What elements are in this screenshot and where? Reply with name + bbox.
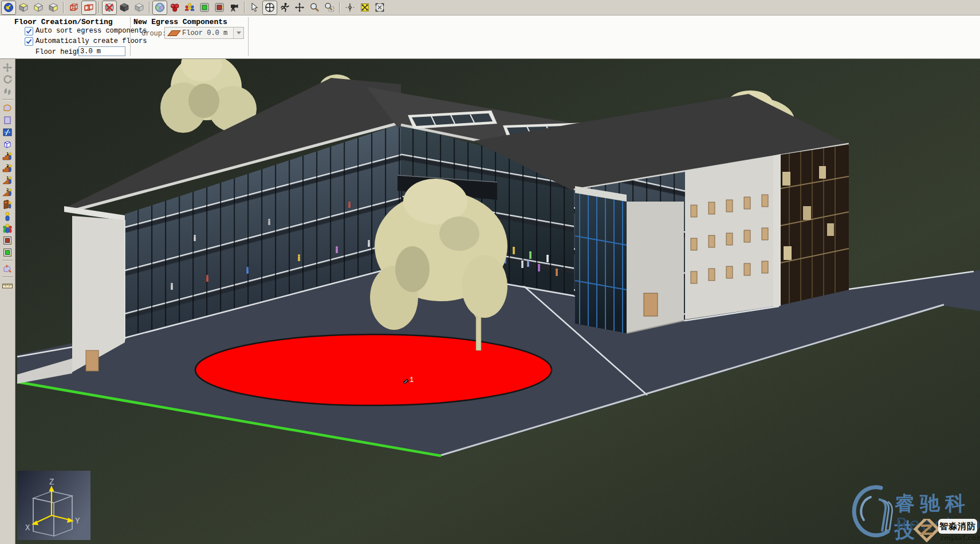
orbit-tool-button[interactable] — [262, 1, 277, 15]
elevator-tool-button[interactable] — [1, 198, 14, 210]
occupant-group-icon — [2, 223, 13, 234]
check-icon — [25, 27, 33, 35]
toolbar-separator — [339, 2, 340, 13]
stairs-two-point-tool-button[interactable]: 2 — [1, 162, 14, 174]
door-icon — [2, 235, 13, 246]
pan-icon — [2, 62, 13, 73]
svg-text:1: 1 — [6, 175, 9, 180]
3d-viewport[interactable]: 1 Z Y X — [15, 59, 980, 544]
watermark-logo-icon — [851, 484, 897, 544]
view-front-button[interactable] — [31, 1, 46, 15]
toolbar-separator — [99, 2, 100, 13]
zoom-selection-button[interactable] — [372, 1, 387, 15]
stairs-one-icon: 1 — [2, 151, 13, 161]
thin-room-tool-button[interactable] — [1, 126, 14, 138]
cursor-icon — [250, 2, 260, 13]
toolbar-separator — [244, 2, 245, 13]
show-occupants-button[interactable] — [182, 1, 197, 15]
toolbar-separator — [149, 2, 150, 13]
sidebar-divider — [2, 260, 13, 261]
sidebar-divider — [2, 277, 13, 278]
add-occupant-tool-button[interactable] — [1, 210, 14, 222]
people-icon — [184, 2, 195, 13]
panel-divider — [130, 17, 131, 56]
occupant-highlight-circle[interactable] — [195, 334, 552, 405]
thin-room-icon — [2, 127, 13, 137]
entrance-lobby — [575, 186, 684, 333]
select-tool-button[interactable] — [247, 1, 262, 15]
rotate-view-button-disabled — [1, 73, 14, 85]
floor-panel-title: Floor Creation/Sorting — [14, 18, 113, 26]
show-cameras-button[interactable] — [227, 1, 242, 15]
exit-panel-icon — [199, 2, 210, 13]
floor-height-input[interactable] — [78, 46, 125, 56]
show-results-button[interactable] — [167, 1, 182, 15]
rectangle-room-tool-button[interactable] — [1, 114, 14, 126]
faceted-sphere-icon — [155, 2, 165, 13]
zoom-fit-icon — [360, 2, 370, 13]
panel-divider — [248, 17, 249, 56]
obstruction-tool-button[interactable] — [1, 138, 14, 150]
video-camera-icon — [229, 2, 239, 13]
check-icon — [25, 38, 33, 45]
orbit-view-button-disabled — [1, 85, 14, 97]
reset-view-icon — [3, 2, 14, 13]
toolbar-separator — [63, 2, 64, 13]
orthographic-view-button[interactable] — [81, 1, 96, 15]
main-toolbar — [0, 0, 980, 15]
occupant-icon — [2, 211, 13, 222]
measure-tool-button[interactable] — [1, 279, 14, 291]
render-wireframe-button[interactable] — [117, 1, 132, 15]
stairs-two-icon: 2 — [2, 163, 13, 174]
gray-cube-icon — [134, 2, 144, 13]
group-combobox[interactable]: Floor 0.0 m — [164, 27, 244, 39]
walk-tool-button[interactable] — [277, 1, 292, 15]
door-tool-button[interactable] — [1, 234, 14, 246]
auto-create-floors-checkbox[interactable] — [25, 37, 33, 46]
auto-sort-checkbox[interactable] — [25, 27, 33, 36]
view-top-icon — [18, 2, 29, 13]
add-occupant-group-tool-button[interactable] — [1, 222, 14, 234]
group-combobox-value: Floor 0.0 m — [182, 29, 227, 37]
watermark-badge-label: 智淼消防 — [938, 519, 977, 534]
tool-sidebar: 1 2 1 2 — [0, 59, 15, 544]
ramp-one-point-tool-button[interactable]: 1 — [1, 174, 14, 186]
center-view-button[interactable] — [343, 1, 357, 15]
chevron-down-icon[interactable] — [233, 27, 243, 38]
zoom-selection-icon — [375, 2, 385, 13]
view-side-button[interactable] — [46, 1, 61, 15]
magnifier-icon — [309, 2, 320, 13]
exit-door-tool-button[interactable] — [1, 246, 14, 258]
ramp-two-icon: 2 — [2, 187, 13, 198]
ribbon-panel: Floor Creation/Sorting Auto sort egress … — [0, 15, 980, 59]
pan-arrows-icon — [294, 2, 305, 13]
group-label: Group: — [141, 30, 166, 38]
reset-view-button[interactable] — [1, 1, 16, 15]
exit-door-icon — [2, 247, 13, 258]
smooth-shading-button[interactable] — [152, 1, 167, 15]
zoom-fit-button[interactable] — [357, 1, 372, 15]
zoom-tool-button[interactable] — [307, 1, 322, 15]
view-top-button[interactable] — [16, 1, 31, 15]
pan-tool-button[interactable] — [292, 1, 307, 15]
perspective-cube-icon — [69, 2, 79, 13]
edit-geometry-tool-button[interactable] — [1, 263, 14, 275]
red-spheres-icon — [170, 2, 180, 13]
perspective-view-button[interactable] — [66, 1, 81, 15]
orthographic-cube-icon — [84, 2, 94, 13]
axis-z-label: Z — [49, 478, 54, 487]
polygon-room-tool-button[interactable] — [1, 102, 14, 114]
show-exits-button[interactable] — [197, 1, 212, 15]
egress-panel-title: New Egress Components — [133, 18, 227, 26]
ramp-two-point-tool-button[interactable]: 2 — [1, 186, 14, 198]
render-solid-button[interactable] — [132, 1, 147, 15]
zoom-box-tool-button[interactable] — [322, 1, 337, 15]
edit-geometry-icon — [2, 264, 13, 274]
stairs-one-point-tool-button[interactable]: 1 — [1, 150, 14, 162]
watermark-badge-icon — [913, 519, 940, 544]
render-off-button[interactable] — [102, 1, 117, 15]
show-doors-button[interactable] — [212, 1, 227, 15]
rectangle-room-icon — [2, 115, 13, 125]
center-target-icon — [345, 2, 355, 13]
orbit-icon — [2, 86, 13, 97]
